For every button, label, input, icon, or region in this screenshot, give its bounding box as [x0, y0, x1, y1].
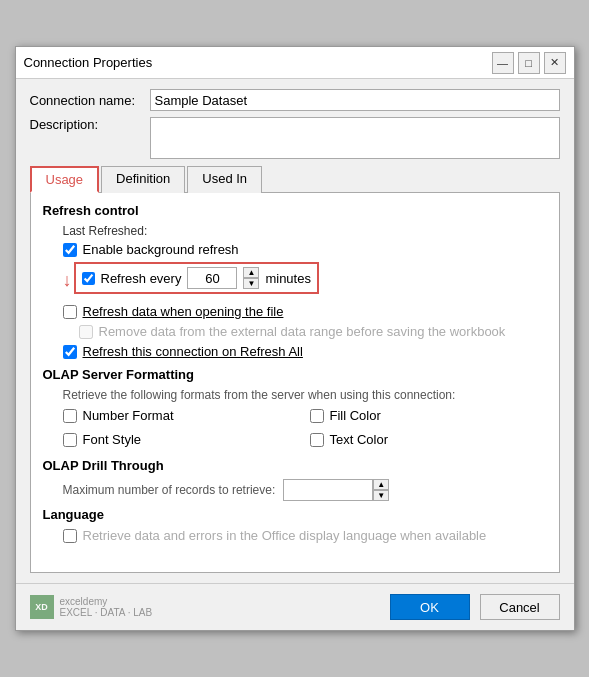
- refresh-every-row: Refresh every ▲ ▼ minutes: [74, 262, 319, 294]
- max-records-label: Maximum number of records to retrieve:: [63, 483, 276, 497]
- font-style-row: Font Style: [63, 432, 300, 447]
- olap-drill-title: OLAP Drill Through: [43, 458, 547, 473]
- fill-color-checkbox[interactable]: [310, 409, 324, 423]
- number-format-checkbox[interactable]: [63, 409, 77, 423]
- refresh-on-all-checkbox[interactable]: [63, 345, 77, 359]
- remove-before-save-row: Remove data from the external data range…: [79, 324, 547, 339]
- remove-before-save-checkbox[interactable]: [79, 325, 93, 339]
- tabs-row: Usage Definition Used In: [30, 165, 560, 193]
- dialog-footer: XD exceldemyEXCEL · DATA · LAB OK Cancel: [16, 583, 574, 630]
- enable-background-refresh-row: Enable background refresh: [63, 242, 547, 257]
- text-color-label: Text Color: [330, 432, 389, 447]
- olap-drill-section: OLAP Drill Through Maximum number of rec…: [43, 458, 547, 501]
- last-refreshed-label: Last Refreshed:: [63, 224, 547, 238]
- retrieve-language-checkbox[interactable]: [63, 529, 77, 543]
- watermark-icon: XD: [30, 595, 54, 619]
- max-records-spinner-up[interactable]: ▲: [373, 479, 389, 490]
- font-style-label: Font Style: [83, 432, 142, 447]
- max-records-row: Maximum number of records to retrieve: ▲…: [63, 479, 547, 501]
- tab-definition[interactable]: Definition: [101, 166, 185, 193]
- retrieve-language-label: Retrieve data and errors in the Office d…: [83, 528, 487, 543]
- title-bar: Connection Properties — □ ✕: [16, 47, 574, 79]
- dialog-content: Connection name: Description: Usage Defi…: [16, 79, 574, 583]
- connection-name-row: Connection name:: [30, 89, 560, 111]
- watermark: XD exceldemyEXCEL · DATA · LAB: [30, 595, 153, 619]
- text-color-checkbox[interactable]: [310, 433, 324, 447]
- connection-name-label: Connection name:: [30, 93, 150, 108]
- description-label: Description:: [30, 117, 150, 132]
- retrieve-language-row: Retrieve data and errors in the Office d…: [63, 528, 547, 543]
- refresh-control-section-title: Refresh control: [43, 203, 547, 218]
- font-style-checkbox[interactable]: [63, 433, 77, 447]
- description-input[interactable]: [150, 117, 560, 159]
- fill-color-row: Fill Color: [310, 408, 547, 423]
- enable-background-refresh-checkbox[interactable]: [63, 243, 77, 257]
- watermark-text: exceldemyEXCEL · DATA · LAB: [60, 596, 153, 618]
- enable-background-refresh-label: Enable background refresh: [83, 242, 239, 257]
- max-records-spinner: ▲ ▼: [373, 479, 389, 501]
- number-format-row: Number Format: [63, 408, 300, 423]
- tab-content-usage: Refresh control Last Refreshed: Enable b…: [30, 193, 560, 573]
- dialog-title: Connection Properties: [24, 55, 153, 70]
- max-records-spinner-down[interactable]: ▼: [373, 490, 389, 501]
- max-records-input[interactable]: [283, 479, 373, 501]
- spinner-down-button[interactable]: ▼: [243, 278, 259, 289]
- close-button[interactable]: ✕: [544, 52, 566, 74]
- refresh-every-label: Refresh every: [101, 271, 182, 286]
- cancel-button[interactable]: Cancel: [480, 594, 560, 620]
- refresh-minutes-input[interactable]: [187, 267, 237, 289]
- spinner-up-button[interactable]: ▲: [243, 267, 259, 278]
- number-format-label: Number Format: [83, 408, 174, 423]
- fill-color-label: Fill Color: [330, 408, 381, 423]
- text-color-row: Text Color: [310, 432, 547, 447]
- refresh-on-open-label: Refresh data when opening the file: [83, 304, 284, 319]
- max-records-input-group: ▲ ▼: [283, 479, 389, 501]
- olap-formatting-desc: Retrieve the following formats from the …: [63, 388, 547, 402]
- refresh-on-open-row: Refresh data when opening the file: [63, 304, 547, 319]
- minutes-label: minutes: [265, 271, 311, 286]
- refresh-every-checkbox[interactable]: [82, 272, 95, 285]
- olap-formatting-title: OLAP Server Formatting: [43, 367, 547, 382]
- ok-button[interactable]: OK: [390, 594, 470, 620]
- connection-name-input[interactable]: [150, 89, 560, 111]
- tab-used-in[interactable]: Used In: [187, 166, 262, 193]
- refresh-every-container: ↓ Refresh every ▲ ▼ minutes: [63, 262, 547, 299]
- refresh-on-all-label: Refresh this connection on Refresh All: [83, 344, 303, 359]
- red-arrow-icon: ↓: [63, 270, 72, 291]
- minimize-button[interactable]: —: [492, 52, 514, 74]
- language-title: Language: [43, 507, 547, 522]
- language-section: Language Retrieve data and errors in the…: [43, 507, 547, 543]
- olap-formatting-section: OLAP Server Formatting Retrieve the foll…: [43, 367, 547, 452]
- tab-usage[interactable]: Usage: [30, 166, 100, 193]
- remove-before-save-label: Remove data from the external data range…: [99, 324, 506, 339]
- refresh-on-all-row: Refresh this connection on Refresh All: [63, 344, 547, 359]
- description-row: Description:: [30, 117, 560, 159]
- minutes-spinner: ▲ ▼: [243, 267, 259, 289]
- title-bar-controls: — □ ✕: [492, 52, 566, 74]
- refresh-on-open-checkbox[interactable]: [63, 305, 77, 319]
- olap-formatting-checks: Number Format Fill Color Font Style Text…: [63, 408, 547, 452]
- maximize-button[interactable]: □: [518, 52, 540, 74]
- connection-properties-dialog: Connection Properties — □ ✕ Connection n…: [15, 46, 575, 631]
